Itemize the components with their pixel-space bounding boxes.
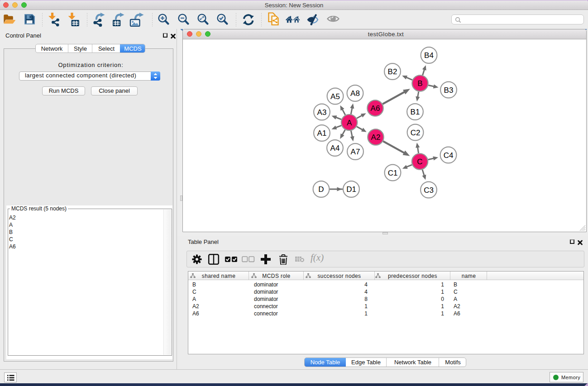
svg-text:D1: D1 [346,185,356,194]
svg-text:B: B [417,79,422,88]
svg-text:A2: A2 [371,133,381,142]
svg-text:B3: B3 [444,86,454,95]
svg-text:A5: A5 [330,92,340,101]
svg-text:A4: A4 [330,144,340,152]
svg-text:A: A [347,119,352,127]
svg-text:B4: B4 [424,51,434,60]
svg-text:B2: B2 [388,67,397,76]
svg-text:C1: C1 [388,169,398,177]
svg-text:B1: B1 [411,108,420,116]
svg-text:D: D [318,185,324,194]
svg-text:C: C [417,157,422,166]
svg-text:A3: A3 [317,108,327,117]
svg-text:A8: A8 [350,89,360,98]
svg-text:C3: C3 [424,186,434,195]
svg-text:C4: C4 [444,151,454,160]
svg-text:C2: C2 [411,129,421,137]
svg-text:A6: A6 [371,104,380,113]
svg-text:A7: A7 [351,148,360,156]
svg-text:A1: A1 [317,129,327,138]
